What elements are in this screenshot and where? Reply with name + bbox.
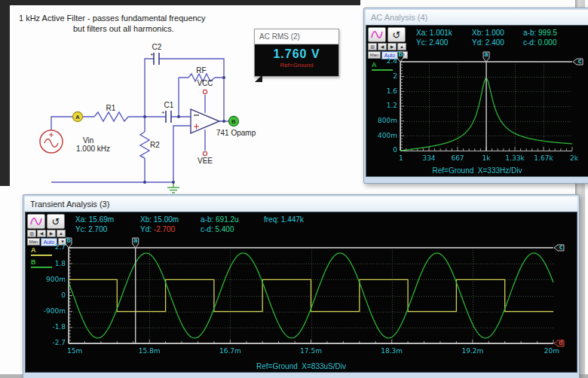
trace-style-button[interactable] [368,27,386,42]
readout-yd: Yd: -2.700 [140,225,175,233]
label-vee: VEE [198,157,213,165]
readout-cd: c-d: 0.000 [523,38,556,47]
label-c1: C1 [164,101,174,109]
label-opamp: 741 Opamp [216,129,256,137]
ac-analysis-body: ↺ ▥ ◀ ▶ ▲ Man Auto ▼ Xa: 1.001k Xb: 1.00… [366,25,588,177]
transient-analysis-body: ↺ ▥ ◀ ▶ ▲ Man Auto ▼ Xa: 15.69m Xb: 15.0… [25,212,577,373]
transient-plot-footer: Ref=Ground X=833uS/Div [26,362,577,370]
ac-rms-value: 1.760 V [255,44,338,61]
probe-b-letter: B [231,118,236,125]
label-r2: R2 [150,141,160,149]
label-r1: R1 [106,104,116,112]
reset-icon: ↺ [52,217,60,227]
label-vcc: VCC [197,79,213,87]
ac-rms-probe-box[interactable]: AC RMS (2) 1.760 V Ref=Ground [254,29,339,77]
readout-cd: c-d: 5.400 [201,225,234,233]
label-c2: C2 [152,43,162,51]
capacitor-c1[interactable] [166,111,171,123]
resistor-r1[interactable] [94,112,128,121]
ac-rms-title: AC RMS (2) [255,29,338,44]
transient-plot-canvas[interactable] [26,236,573,369]
readout-xa: Xa: 15.69m [75,215,114,224]
reset-icon: ↺ [393,30,401,40]
label-vin-freq: 1.000 kHz [76,145,110,153]
vcc-terminal[interactable] [203,90,207,93]
c2-polarity-mark: + [150,51,154,58]
ac-rms-body: 1.760 V Ref=Ground [255,44,338,76]
ground-symbol[interactable] [167,182,179,193]
waveform-icon [370,29,384,40]
c1-polarity-mark: + [161,109,165,116]
transient-analysis-titlebar[interactable]: Transient Analysis (3) [25,197,577,212]
waveform-icon [29,216,43,227]
readout-xb: Xb: 15.00m [140,215,179,224]
readout-yd: Yd: 2.400 [472,38,504,47]
ac-plot-canvas[interactable] [367,50,584,175]
ac-analysis-window[interactable]: AC Analysis (4) ↺ ▥ ◀ ▶ ▲ Man Auto ▼ Xa:… [363,8,588,184]
transient-analysis-window[interactable]: Transient Analysis (3) ↺ ▥ ◀ ▶ ▲ Man Aut… [23,194,580,378]
capacitor-c2[interactable] [154,53,159,65]
reset-view-button[interactable]: ↺ [47,214,65,229]
ac-analysis-titlebar[interactable]: AC Analysis (4) [366,10,588,25]
trace-style-button[interactable] [27,214,45,229]
readout-xa: Xa: 1.001k [416,29,452,37]
junction-dots [143,76,225,184]
readout-ab: a-b: 691.2u [201,215,239,224]
video-top-bar [0,0,360,5]
readout-xb: Xb: 1.000 [472,29,504,37]
circuit-title-line1: 1 kHz Active Filter - passes fundamental… [19,14,206,23]
vee-terminal[interactable] [203,151,207,155]
ac-rms-ref: Ref=Ground [255,62,338,69]
reset-view-button[interactable]: ↺ [387,27,406,42]
readout-ab: a-b: 999.5 [523,29,557,37]
resistor-r2[interactable] [140,132,149,158]
readout-yc: Yc: 2.700 [75,225,107,233]
readout-freq: freq: 1.447k [264,215,304,224]
label-rf: RF [196,66,206,75]
video-left-bar [0,0,10,186]
label-vin: Vin [83,136,93,145]
readout-yc: Yc: 2.400 [416,38,448,47]
probe-a-letter: A [75,114,80,120]
circuit-title-line2: but filters out all harmonics. [73,24,174,33]
ac-plot-footer: Ref=Ground X=333Hz/Div [366,166,588,175]
